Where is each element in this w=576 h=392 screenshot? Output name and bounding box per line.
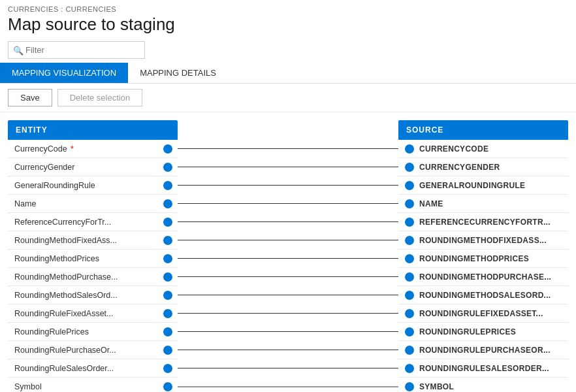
entity-row[interactable]: RoundingRuleFixedAsset... xyxy=(8,304,178,323)
source-row-label: GENERALROUNDINGRULE xyxy=(419,181,525,190)
entity-row[interactable]: RoundingRulePrices xyxy=(8,323,178,341)
source-row-label: ROUNDINGMETHODPRICES xyxy=(419,254,529,263)
filter-input[interactable] xyxy=(8,41,145,59)
entity-row-label: RoundingMethodPrices xyxy=(14,254,159,263)
entity-dot xyxy=(163,163,172,172)
source-row-label: ROUNDINGMETHODFIXEDASS... xyxy=(419,236,547,245)
entity-dot xyxy=(163,346,172,355)
source-dot xyxy=(405,327,414,336)
source-row[interactable]: NAME xyxy=(398,195,568,213)
source-row-label: ROUNDINGRULEPURCHASEOR... xyxy=(419,346,551,355)
source-panel-header: SOURCE xyxy=(398,120,568,140)
source-row[interactable]: SYMBOL xyxy=(398,378,568,392)
source-dot xyxy=(405,382,414,391)
toolbar: Save Delete selection xyxy=(0,84,576,112)
source-row[interactable]: ROUNDINGRULESALESORDER... xyxy=(398,359,568,378)
entity-row[interactable]: RoundingMethodPrices xyxy=(8,250,178,268)
entity-row-label: Name xyxy=(14,199,159,208)
entity-dot xyxy=(163,364,172,373)
entity-row[interactable]: CurrencyCode * xyxy=(8,140,178,158)
entity-dot xyxy=(163,181,172,190)
entity-row-label: RoundingMethodSalesOrd... xyxy=(14,291,159,300)
entity-dot xyxy=(163,309,172,318)
tab-mapping-details[interactable]: MAPPING DETAILS xyxy=(128,63,228,83)
entity-row[interactable]: RoundingMethodSalesOrd... xyxy=(8,286,178,304)
entity-panel: ENTITY CurrencyCode *CurrencyGenderGener… xyxy=(8,120,178,392)
source-row[interactable]: REFERENCECURRENCYFORTR... xyxy=(398,213,568,231)
entity-row-label: Symbol xyxy=(14,382,159,391)
entity-dot xyxy=(163,272,172,282)
entity-row[interactable]: CurrencyGender xyxy=(8,158,178,176)
entity-row-label: ReferenceCurrencyForTr... xyxy=(14,218,159,227)
source-row-label: ROUNDINGMETHODSALESORD... xyxy=(419,291,551,300)
entity-row-label: RoundingRuleFixedAsset... xyxy=(14,309,159,318)
source-dot xyxy=(405,364,414,373)
source-dot xyxy=(405,163,414,172)
source-row-label: ROUNDINGRULEFIXEDASSET... xyxy=(419,309,543,318)
entity-row[interactable]: Name xyxy=(8,195,178,213)
save-button[interactable]: Save xyxy=(8,89,52,106)
entity-row-label: CurrencyGender xyxy=(14,163,159,172)
connector-lines xyxy=(178,120,398,392)
source-row[interactable]: ROUNDINGMETHODPRICES xyxy=(398,250,568,268)
source-row-label: REFERENCECURRENCYFORTR... xyxy=(419,218,551,227)
source-row-label: NAME xyxy=(419,199,443,208)
panels-container: ENTITY CurrencyCode *CurrencyGenderGener… xyxy=(8,120,568,392)
entity-row-label: RoundingRulePurchaseOr... xyxy=(14,346,159,355)
source-row-label: CURRENCYCODE xyxy=(419,144,488,154)
source-dot xyxy=(405,254,414,263)
source-row[interactable]: CURRENCYCODE xyxy=(398,140,568,158)
source-dot xyxy=(405,291,414,300)
entity-row-label: RoundingMethodFixedAss... xyxy=(14,236,159,245)
entity-row[interactable]: RoundingMethodFixedAss... xyxy=(8,231,178,250)
source-row[interactable]: ROUNDINGRULEFIXEDASSET... xyxy=(398,304,568,323)
source-dot xyxy=(405,309,414,318)
entity-row[interactable]: RoundingRulePurchaseOr... xyxy=(8,341,178,359)
search-icon: 🔍 xyxy=(13,45,24,55)
entity-row[interactable]: ReferenceCurrencyForTr... xyxy=(8,213,178,231)
entity-dot xyxy=(163,199,172,208)
entity-row[interactable]: RoundingMethodPurchase... xyxy=(8,268,178,286)
entity-dot xyxy=(163,144,172,154)
mapping-lines xyxy=(178,120,398,392)
source-row-label: ROUNDINGRULEPRICES xyxy=(419,327,516,336)
entity-dot xyxy=(163,236,172,245)
source-panel: SOURCE CURRENCYCODECURRENCYGENDERGENERAL… xyxy=(398,120,568,392)
source-row[interactable]: ROUNDINGRULEPURCHASEOR... xyxy=(398,341,568,359)
entity-row-label: RoundingRuleSalesOrder... xyxy=(14,364,159,373)
source-row-label: ROUNDINGMETHODPURCHASE... xyxy=(419,272,551,282)
entity-dot xyxy=(163,291,172,300)
source-row[interactable]: ROUNDINGMETHODPURCHASE... xyxy=(398,268,568,286)
entity-row-label: RoundingMethodPurchase... xyxy=(14,272,159,282)
delete-selection-button[interactable]: Delete selection xyxy=(57,89,143,106)
source-row-label: ROUNDINGRULESALESORDER... xyxy=(419,364,549,373)
source-row[interactable]: ROUNDINGRULEPRICES xyxy=(398,323,568,341)
source-row[interactable]: ROUNDINGMETHODSALESORD... xyxy=(398,286,568,304)
tabs-row: MAPPING VISUALIZATION MAPPING DETAILS xyxy=(0,63,576,84)
source-row[interactable]: ROUNDINGMETHODFIXEDASS... xyxy=(398,231,568,250)
entity-row-label: RoundingRulePrices xyxy=(14,327,159,336)
source-dot xyxy=(405,144,414,154)
entity-dot xyxy=(163,254,172,263)
entity-row-label: GeneralRoundingRule xyxy=(14,181,159,190)
tab-mapping-visualization[interactable]: MAPPING VISUALIZATION xyxy=(0,63,128,83)
entity-row[interactable]: RoundingRuleSalesOrder... xyxy=(8,359,178,378)
required-indicator: * xyxy=(69,144,74,154)
source-dot xyxy=(405,346,414,355)
source-row[interactable]: CURRENCYGENDER xyxy=(398,158,568,176)
entity-dot xyxy=(163,327,172,336)
source-row-label: CURRENCYGENDER xyxy=(419,163,500,172)
entity-dot xyxy=(163,382,172,391)
entity-dot xyxy=(163,218,172,227)
entity-row[interactable]: GeneralRoundingRule xyxy=(8,176,178,195)
source-row-label: SYMBOL xyxy=(419,382,454,391)
source-dot xyxy=(405,272,414,282)
page-title: Map source to staging xyxy=(8,14,568,35)
entity-row[interactable]: Symbol xyxy=(8,378,178,392)
source-dot xyxy=(405,181,414,190)
mapping-area: ENTITY CurrencyCode *CurrencyGenderGener… xyxy=(0,112,576,392)
source-dot xyxy=(405,236,414,245)
entity-panel-header: ENTITY xyxy=(8,120,178,140)
source-row[interactable]: GENERALROUNDINGRULE xyxy=(398,176,568,195)
breadcrumb: CURRENCIES : CURRENCIES xyxy=(8,5,568,13)
